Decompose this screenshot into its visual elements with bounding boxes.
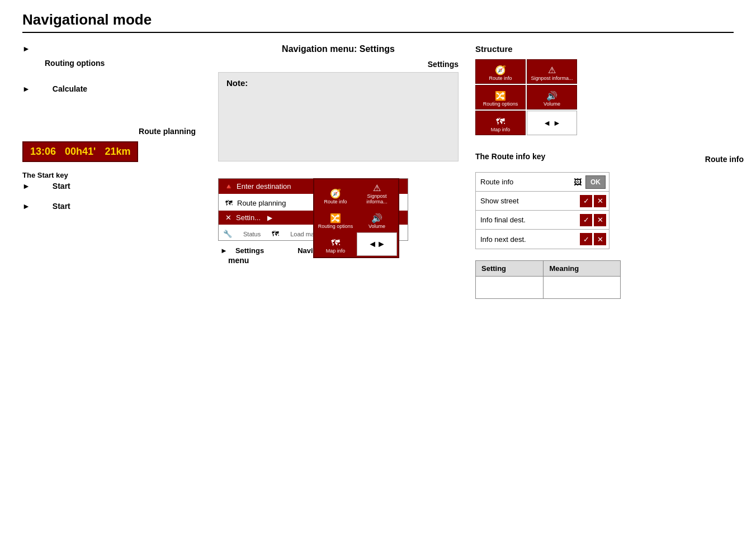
struct-volume[interactable]: 🔊 Volume: [527, 85, 577, 110]
struct-nav-left-icon[interactable]: ◄: [543, 118, 551, 127]
route-info-grid-label: Route info: [324, 199, 347, 204]
struct-nav-arrows[interactable]: ◄ ►: [527, 111, 577, 135]
note-box: Note:: [218, 72, 459, 161]
route-info-row3-actions: ✓ ✕: [579, 213, 609, 227]
route-planning-item-label: Route planning: [237, 199, 286, 207]
status-btn-label: Status: [243, 231, 261, 237]
struct-map-info-label: Map info: [491, 127, 511, 132]
settings-icon: ✕: [225, 213, 231, 222]
route-info-row-3: Info final dest. ✓ ✕: [476, 211, 609, 230]
route-info-section: The Route info key Route info Route info…: [475, 152, 744, 299]
route-planning-label: Route planning: [22, 127, 201, 136]
final-dest-x[interactable]: ✕: [594, 214, 606, 226]
route-info-row-2: Show street ✓ ✕: [476, 192, 609, 211]
calculate-arrow: ►: [22, 84, 30, 93]
final-dest-check[interactable]: ✓: [580, 214, 592, 226]
volume-icon: 🔊: [371, 213, 382, 223]
route-info-row-4: Info next dest. ✓ ✕: [476, 230, 609, 249]
arrow-settings: ► Settings: [220, 246, 264, 255]
nav-menu-mockup: 🔺 Enter destination 🗺 Route planning ✕ S…: [218, 178, 459, 241]
route-info-far-label: Route info: [705, 155, 744, 164]
start-label-1: Start: [53, 182, 70, 191]
struct-routing-opts[interactable]: 🔀 Routing options: [475, 85, 526, 110]
struct-route-info-icon: 🧭: [495, 65, 506, 75]
route-info-row2-actions: ✓ ✕: [579, 194, 609, 208]
struct-signpost-icon: ⚠: [548, 65, 556, 75]
nav-menu-settings-header: Navigation menu: Settings: [218, 44, 459, 54]
route-info-icon-thumb: 🖼: [574, 178, 582, 187]
struct-routing-label: Routing options: [483, 101, 518, 107]
arrow-overlay-indicator: ▶: [267, 214, 272, 222]
nav-right-icon: ►: [377, 239, 386, 249]
struct-signpost[interactable]: ⚠ Signpost informa...: [527, 59, 577, 84]
next-dest-x[interactable]: ✕: [594, 233, 606, 245]
route-info-grid-icon: 🧭: [330, 188, 341, 199]
show-street-check[interactable]: ✓: [580, 195, 592, 207]
status-dist: 21km: [105, 146, 130, 158]
status-duration: 00h41': [65, 146, 96, 158]
nav-left-icon: ◄: [368, 239, 377, 249]
table-col-meaning: Meaning: [544, 261, 621, 277]
struct-map-info[interactable]: 🗺 Map info: [475, 111, 526, 135]
grid-routing-opts[interactable]: 🔀 Routing options: [315, 208, 356, 231]
route-info-row1-actions: 🖼 OK: [574, 174, 609, 190]
route-info-row2-text: Show street: [476, 193, 579, 208]
grid-nav-left[interactable]: ◄ ►: [357, 232, 397, 256]
calculate-label: Calculate: [53, 84, 87, 93]
grid-volume[interactable]: 🔊 Volume: [357, 208, 397, 231]
status-icon: 🔧: [223, 230, 232, 238]
start-row-1: ► Start: [22, 182, 201, 191]
enter-dest-label: Enter destination: [237, 182, 291, 191]
signpost-grid-label: Signpost informa...: [358, 193, 396, 204]
route-info-key-header: The Route info key: [475, 152, 545, 161]
mid-arrow: ►: [220, 246, 228, 255]
settings-meaning-table: Setting Meaning: [475, 260, 621, 299]
settings-nav-label: Settings: [235, 246, 264, 255]
arrow-1: ►: [22, 44, 201, 53]
grid-signpost[interactable]: ⚠ Signpost informa...: [357, 180, 397, 207]
route-info-panel: Route info 🖼 OK Show street ✓ ✕ I: [475, 172, 609, 249]
nav-menu-section: 🔺 Enter destination 🗺 Route planning ✕ S…: [218, 178, 459, 265]
grid-route-info[interactable]: 🧭 Route info: [315, 180, 356, 207]
start-arrow-1: ►: [22, 182, 30, 191]
table-row-empty: [476, 277, 621, 299]
status-bar: 13:06 00h41' 21km: [22, 141, 138, 162]
start-label-2: Start: [53, 202, 70, 211]
struct-volume-label: Volume: [544, 101, 560, 107]
grid-map-info[interactable]: 🗺 Map info: [315, 232, 356, 256]
right-column: Structure 🧭 Route info ⚠ Signpost inform…: [464, 44, 744, 299]
struct-nav-right-icon[interactable]: ►: [553, 118, 561, 127]
volume-label: Volume: [368, 223, 385, 229]
calculate-row: ► Calculate: [22, 84, 201, 93]
routing-opts-label: Routing options: [318, 223, 353, 229]
middle-column: Navigation menu: Settings Settings Note:…: [212, 44, 464, 299]
struct-map-info-icon: 🗺: [496, 117, 505, 127]
structure-grid: 🧭 Route info ⚠ Signpost informa... 🔀 Rou…: [475, 59, 744, 135]
map-info-label: Map info: [326, 248, 346, 254]
route-info-row4-actions: ✓ ✕: [579, 232, 609, 246]
overlay-grid-panel: 🧭 Route info ⚠ Signpost informa... 🔀 Rou…: [313, 178, 399, 258]
route-planning-icon: 🗺: [225, 199, 233, 207]
note-title: Note:: [226, 78, 450, 88]
show-street-x[interactable]: ✕: [594, 195, 606, 207]
route-info-row1-text: Route info: [476, 174, 574, 189]
routing-options-label: Routing options: [45, 59, 201, 68]
enter-dest-icon: 🔺: [224, 182, 233, 191]
signpost-grid-icon: ⚠: [373, 183, 381, 193]
struct-signpost-label: Signpost informa...: [531, 75, 573, 81]
struct-routing-icon: 🔀: [495, 91, 506, 101]
structure-header: Structure: [475, 44, 744, 54]
route-info-row-1: Route info 🖼 OK: [476, 173, 609, 192]
struct-route-info[interactable]: 🧭 Route info: [475, 59, 526, 84]
route-info-ok-button[interactable]: OK: [585, 175, 606, 189]
settings-top-label: Settings: [218, 60, 459, 69]
start-arrow-2: ►: [22, 202, 30, 211]
table-col-setting: Setting: [476, 261, 544, 277]
map-icon: 🗺: [272, 230, 279, 238]
routing-opts-icon: 🔀: [330, 213, 341, 223]
table-cell-setting: [476, 277, 544, 299]
table-cell-meaning: [544, 277, 621, 299]
status-time: 13:06: [30, 146, 56, 158]
struct-volume-icon: 🔊: [546, 91, 557, 101]
next-dest-check[interactable]: ✓: [580, 233, 592, 245]
